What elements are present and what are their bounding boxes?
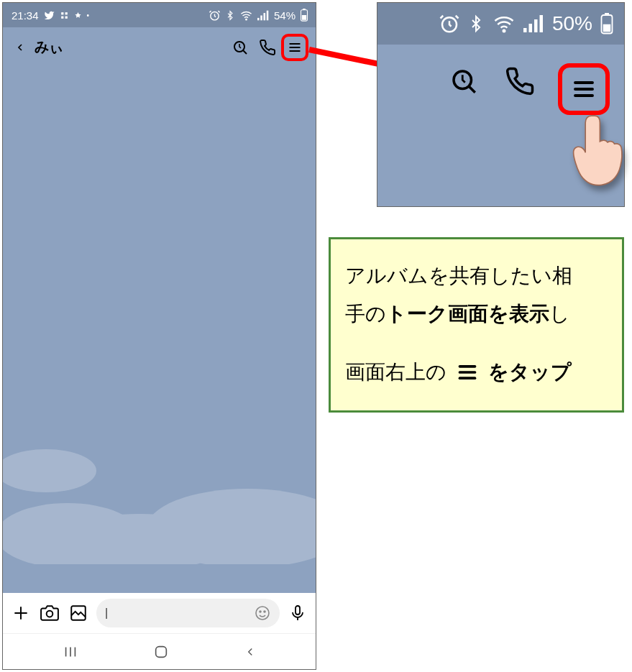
mic-button[interactable] (287, 602, 308, 624)
svg-rect-3 (65, 16, 67, 18)
svg-point-28 (264, 611, 265, 612)
twitter-icon (44, 10, 55, 21)
add-button[interactable] (10, 602, 32, 624)
recents-button[interactable] (62, 644, 79, 660)
svg-rect-44 (603, 24, 611, 32)
chat-body[interactable] (3, 67, 316, 593)
battery-text: 54% (274, 9, 296, 22)
svg-rect-38 (523, 28, 527, 32)
svg-rect-2 (61, 16, 63, 18)
zoom-call-button[interactable] (502, 63, 538, 99)
svg-rect-11 (303, 9, 306, 10)
message-input[interactable]: | (96, 599, 280, 627)
zoom-status-bar: 50% (377, 3, 624, 45)
svg-point-5 (246, 19, 247, 19)
note-line2-suffix: をタップ (488, 353, 572, 391)
notification-icon (60, 11, 69, 20)
text-cursor: | (105, 607, 108, 620)
back-button[interactable] (10, 37, 30, 57)
instruction-note: アルバムを共有したい相 手のトーク画面を表示し 画面右上の をタップ (329, 237, 624, 413)
svg-line-46 (469, 86, 475, 93)
menu-icon (455, 362, 480, 383)
android-nav-bar (3, 633, 316, 669)
alarm-icon (439, 13, 460, 34)
cloud-decoration (3, 435, 316, 564)
note-line1a: アルバムを共有したい相 (345, 264, 572, 287)
svg-rect-0 (61, 12, 63, 14)
svg-point-21 (3, 449, 96, 492)
battery-icon (600, 13, 614, 34)
svg-point-20 (147, 489, 316, 564)
svg-rect-12 (302, 15, 306, 20)
input-bar: | (3, 593, 316, 633)
svg-rect-41 (539, 15, 543, 32)
svg-rect-34 (156, 646, 167, 657)
svg-rect-6 (257, 17, 260, 19)
svg-rect-7 (260, 15, 262, 20)
bluetooth-icon (467, 13, 485, 34)
tap-hand-icon (571, 111, 626, 188)
back-nav-button[interactable] (244, 644, 257, 660)
note-line2-prefix: 画面右上の (345, 353, 446, 391)
status-bar: 21:34 • 54% (3, 3, 316, 27)
svg-rect-40 (534, 19, 538, 32)
svg-rect-39 (528, 24, 532, 32)
menu-button[interactable] (281, 34, 308, 61)
more-dot-icon: • (87, 11, 90, 19)
note-line1b-suffix: し (549, 303, 570, 325)
wifi-icon (492, 13, 516, 34)
battery-icon (300, 9, 308, 22)
unknown-app-icon (74, 11, 82, 20)
bluetooth-icon (225, 9, 235, 22)
phone-screenshot: 21:34 • 54% (2, 2, 316, 670)
zoom-search-button[interactable] (446, 63, 482, 99)
home-button[interactable] (153, 644, 169, 660)
svg-rect-8 (263, 13, 265, 20)
call-button[interactable] (254, 34, 281, 61)
svg-point-27 (260, 611, 261, 612)
svg-point-26 (256, 607, 269, 620)
svg-point-37 (503, 30, 505, 32)
signal-icon (257, 10, 270, 21)
note-line1b-prefix: 手の (345, 303, 386, 325)
zoom-battery-text: 50% (552, 12, 592, 35)
chat-header: みぃ (3, 27, 316, 67)
camera-button[interactable] (39, 602, 60, 624)
gallery-button[interactable] (68, 602, 89, 624)
note-line1b-bold: トーク画面を表示 (386, 303, 549, 325)
wifi-icon (239, 9, 253, 22)
emoji-button[interactable] (254, 604, 271, 622)
svg-rect-29 (296, 606, 300, 615)
svg-rect-1 (65, 12, 67, 14)
zoom-menu-button[interactable] (558, 63, 610, 115)
chat-contact-name: みぃ (35, 37, 63, 57)
svg-rect-43 (605, 13, 609, 15)
alarm-icon (209, 9, 221, 22)
signal-icon (523, 14, 545, 33)
svg-line-14 (243, 50, 247, 54)
status-time: 21:34 (12, 9, 39, 22)
search-button[interactable] (226, 34, 254, 61)
zoom-panel: 50% (377, 2, 625, 207)
svg-rect-9 (267, 10, 269, 20)
svg-point-24 (47, 611, 53, 617)
